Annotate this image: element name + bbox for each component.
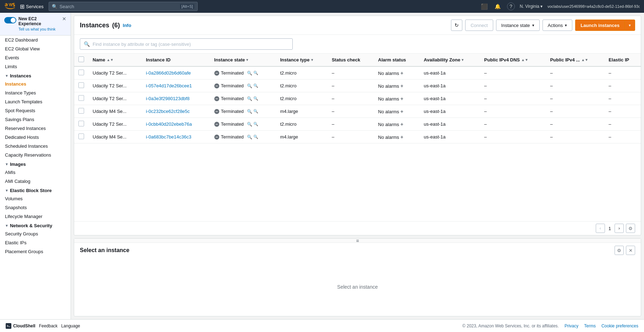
- row-checkbox-cell-3[interactable]: [74, 105, 88, 118]
- search-input-wrap[interactable]: 🔍: [80, 38, 293, 50]
- info-link[interactable]: Info: [123, 23, 131, 28]
- region-selector[interactable]: N. Virginia ▾: [520, 4, 543, 9]
- aws-logo[interactable]: [4, 3, 15, 10]
- row-checkbox-cell-0[interactable]: [74, 66, 88, 80]
- instance-id-link-3[interactable]: i-0c232bce62cf28e5c: [146, 109, 190, 114]
- privacy-link[interactable]: Privacy: [565, 323, 578, 328]
- name-column-header[interactable]: Name ▲▼: [88, 54, 142, 66]
- instances-table-container[interactable]: Name ▲▼ Instance ID: [74, 54, 641, 221]
- prev-page-button[interactable]: ‹: [596, 224, 605, 233]
- sidebar-category-instances-cat[interactable]: ▼Instances: [0, 71, 71, 80]
- launch-instances-dropdown-button[interactable]: ▾: [624, 20, 635, 31]
- table-row[interactable]: Udacity M4 Se... i-0a683bc7be14c36c3 Ter…: [74, 131, 641, 143]
- sidebar-item-limits[interactable]: Limits: [0, 62, 71, 71]
- zoom-out-icon-5[interactable]: 🔍: [253, 135, 258, 140]
- sidebar-item-launch-templates[interactable]: Launch Templates: [0, 97, 71, 106]
- row-instance-id-5[interactable]: i-0a683bc7be14c36c3: [142, 131, 210, 143]
- services-button[interactable]: ⊞ Services: [18, 2, 46, 11]
- new-experience-link[interactable]: Tell us what you think: [18, 27, 56, 31]
- add-alarm-icon-3[interactable]: +: [400, 109, 403, 114]
- row-instance-id-2[interactable]: i-0a3e3f2980123dbf8: [142, 92, 210, 105]
- instance-id-link-1[interactable]: i-057e4d17de26bcee1: [146, 83, 192, 88]
- row-checkbox-5[interactable]: [78, 134, 84, 139]
- next-page-button[interactable]: ›: [615, 224, 624, 233]
- select-all-checkbox[interactable]: [78, 56, 84, 62]
- feedback-link[interactable]: Feedback: [39, 323, 58, 328]
- table-row[interactable]: Udacity T2 Ser... i-0a3e3f2980123dbf8 Te…: [74, 92, 641, 105]
- sidebar-item-placement-groups[interactable]: Placement Groups: [0, 247, 71, 256]
- connect-button[interactable]: Connect: [465, 20, 493, 31]
- bottom-panel-settings-button[interactable]: ⚙: [615, 246, 624, 255]
- sidebar-item-savings-plans[interactable]: Savings Plans: [0, 115, 71, 124]
- instances-search-input[interactable]: [93, 42, 289, 47]
- launch-instances-button[interactable]: Launch instances: [575, 20, 624, 31]
- search-bar[interactable]: 🔍 [Alt+S]: [49, 2, 198, 11]
- zoom-in-icon-1[interactable]: 🔍: [247, 83, 252, 88]
- sidebar-item-instances[interactable]: Instances: [0, 80, 71, 88]
- resize-handle[interactable]: ≡: [74, 239, 641, 243]
- table-row[interactable]: Udacity T2 Ser... i-057e4d17de26bcee1 Te…: [74, 80, 641, 92]
- row-checkbox-cell-5[interactable]: [74, 131, 88, 143]
- search-input[interactable]: [60, 4, 178, 9]
- terminal-icon-button[interactable]: ⬛: [480, 2, 489, 11]
- zoom-out-icon-1[interactable]: 🔍: [253, 83, 258, 88]
- sidebar-item-amis[interactable]: AMIs: [0, 168, 71, 177]
- row-instance-id-0[interactable]: i-0a2866d02b6d60afe: [142, 66, 210, 80]
- sidebar-item-events[interactable]: Events: [0, 53, 71, 62]
- add-alarm-icon-4[interactable]: +: [400, 121, 403, 127]
- row-instance-id-4[interactable]: i-0cbb40d202ebeb76a: [142, 118, 210, 131]
- zoom-out-icon-4[interactable]: 🔍: [253, 122, 258, 127]
- account-menu[interactable]: voclabs/user2546998=a4a2c8c0-de52-11ed-8…: [547, 4, 640, 9]
- add-alarm-icon-1[interactable]: +: [400, 83, 403, 89]
- sidebar-item-dedicated-hosts[interactable]: Dedicated Hosts: [0, 133, 71, 142]
- zoom-out-icon-2[interactable]: 🔍: [253, 96, 258, 101]
- instance-id-link-4[interactable]: i-0cbb40d202ebeb76a: [146, 121, 192, 127]
- add-alarm-icon-2[interactable]: +: [400, 96, 403, 102]
- row-instance-id-3[interactable]: i-0c232bce62cf28e5c: [142, 105, 210, 118]
- zoom-in-icon-5[interactable]: 🔍: [247, 135, 252, 140]
- cloudshell-button[interactable]: CloudShell: [6, 323, 35, 329]
- sidebar-category-images-cat[interactable]: ▼Images: [0, 159, 71, 168]
- public-ipv4-dns-column-header[interactable]: Public IPv4 DNS ▲▼: [480, 54, 546, 66]
- help-button[interactable]: ?: [507, 2, 515, 10]
- sidebar-item-ec2-global-view[interactable]: EC2 Global View: [0, 44, 71, 53]
- zoom-out-icon-0[interactable]: 🔍: [253, 71, 258, 76]
- instance-type-column-header[interactable]: Instance type ▾: [276, 54, 327, 66]
- close-icon[interactable]: ✕: [62, 16, 66, 21]
- row-checkbox-3[interactable]: [78, 108, 84, 114]
- row-checkbox-0[interactable]: [78, 70, 84, 75]
- row-checkbox-cell-4[interactable]: [74, 118, 88, 131]
- sidebar-category-network-security-cat[interactable]: ▼Network & Security: [0, 221, 71, 229]
- sidebar-item-instance-types[interactable]: Instance Types: [0, 88, 71, 97]
- sidebar-item-reserved-instances[interactable]: Reserved Instances: [0, 124, 71, 133]
- public-ipv4-column-header[interactable]: Public IPv4 ... ▲▼: [546, 54, 604, 66]
- row-checkbox-cell-2[interactable]: [74, 92, 88, 105]
- cookie-link[interactable]: Cookie preferences: [601, 323, 638, 328]
- sidebar-item-capacity-reservations[interactable]: Capacity Reservations: [0, 151, 71, 159]
- terms-link[interactable]: Terms: [584, 323, 596, 328]
- zoom-out-icon-3[interactable]: 🔍: [253, 109, 258, 114]
- instance-id-link-2[interactable]: i-0a3e3f2980123dbf8: [146, 96, 189, 101]
- sidebar-item-spot-requests[interactable]: Spot Requests: [0, 106, 71, 115]
- instance-id-link-0[interactable]: i-0a2866d02b6d60afe: [146, 70, 191, 76]
- sidebar-item-snapshots[interactable]: Snapshots: [0, 203, 71, 212]
- new-experience-toggle[interactable]: [4, 17, 16, 23]
- sidebar-item-ami-catalog[interactable]: AMI Catalog: [0, 177, 71, 186]
- table-row[interactable]: Udacity M4 Se... i-0c232bce62cf28e5c Ter…: [74, 105, 641, 118]
- add-alarm-icon-0[interactable]: +: [400, 70, 403, 76]
- instance-id-column-header[interactable]: Instance ID: [142, 54, 210, 66]
- instance-state-column-header[interactable]: Instance state ▾: [210, 54, 276, 66]
- zoom-in-icon-2[interactable]: 🔍: [247, 96, 252, 101]
- sidebar-item-security-groups[interactable]: Security Groups: [0, 229, 71, 238]
- zoom-in-icon-3[interactable]: 🔍: [247, 109, 252, 114]
- actions-button[interactable]: Actions ▾: [543, 20, 573, 31]
- table-row[interactable]: Udacity T2 Ser... i-0cbb40d202ebeb76a Te…: [74, 118, 641, 131]
- instance-id-link-5[interactable]: i-0a683bc7be14c36c3: [146, 134, 191, 140]
- instance-state-button[interactable]: Instance state ▾: [496, 20, 540, 31]
- row-checkbox-4[interactable]: [78, 121, 84, 126]
- table-settings-button[interactable]: ⚙: [626, 224, 635, 233]
- availability-zone-column-header[interactable]: Availability Zone ▾: [419, 54, 480, 66]
- row-checkbox-2[interactable]: [78, 95, 84, 101]
- row-checkbox-cell-1[interactable]: [74, 80, 88, 92]
- row-checkbox-1[interactable]: [78, 82, 84, 88]
